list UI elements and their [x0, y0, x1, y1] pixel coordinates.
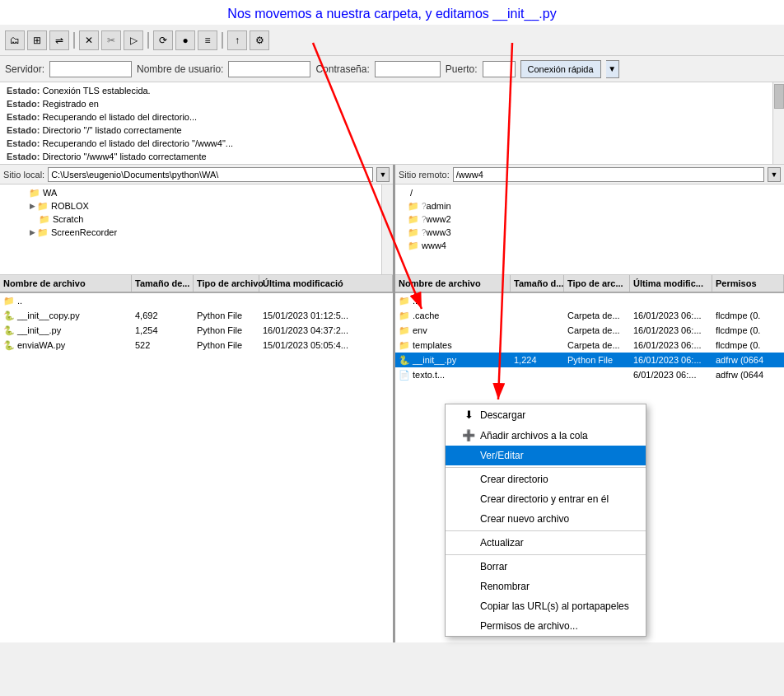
remote-file-name: ..: [413, 296, 418, 306]
remote-col-date[interactable]: Última modific...: [630, 275, 712, 292]
context-item-label: Crear nuevo archivo: [480, 513, 569, 525]
local-file-list: Nombre de archivo Tamaño de... Tipo de a…: [0, 275, 393, 642]
local-path-dropdown-button[interactable]: ▼: [376, 167, 390, 182]
settings-button[interactable]: ⚙: [250, 30, 269, 50]
context-menu-item[interactable]: ➕ Añadir archivos a la cola: [446, 425, 646, 446]
password-input[interactable]: [375, 61, 441, 77]
context-item-icon: ⬇: [462, 409, 475, 421]
local-file-row[interactable]: 📁 ..: [0, 293, 393, 308]
remote-folder-icon: 📁: [407, 213, 420, 225]
context-menu-item[interactable]: Copiar las URL(s) al portapapeles: [446, 596, 646, 616]
remote-tree-item-label: /: [410, 188, 413, 198]
port-input[interactable]: [483, 61, 516, 77]
add-button[interactable]: ●: [175, 30, 195, 50]
status-text: Conexión TLS establecida.: [42, 86, 150, 96]
remote-col-perms[interactable]: Permisos: [712, 275, 784, 292]
remote-file-type-cell: [564, 367, 630, 382]
local-file-row[interactable]: 🐍 __init__.py 1,254 Python File 16/01/20…: [0, 323, 393, 338]
log-scrollbar-thumb[interactable]: [774, 84, 784, 109]
context-item-label: Crear directorio y entrar en él: [480, 493, 609, 505]
remote-file-perms-cell: flcdmpe (0.: [712, 338, 784, 353]
remote-path-input[interactable]: [453, 167, 764, 182]
local-tree-item[interactable]: ▶ 📁 ROBLOX: [0, 199, 393, 213]
annotation-banner: Nos movemos a nuestra carpeta, y editamo…: [0, 0, 784, 25]
toggle-panes-button[interactable]: ⊞: [27, 30, 47, 50]
local-path-label: Sitio local:: [3, 170, 44, 180]
remote-file-perms-cell: adfrw (0664: [712, 353, 784, 367]
local-col-name[interactable]: Nombre de archivo: [0, 275, 132, 292]
remote-file-row[interactable]: 📁 ..: [395, 293, 784, 308]
remote-col-type[interactable]: Tipo de arc...: [564, 275, 630, 292]
context-item-icon: ➕: [462, 429, 475, 441]
remote-file-size-cell: [511, 293, 564, 308]
remote-folder-icon: 📁: [407, 240, 420, 251]
local-col-type[interactable]: Tipo de archivo: [194, 275, 259, 292]
local-col-date[interactable]: Última modificació: [259, 275, 393, 292]
file-type-icon: 🐍: [3, 325, 15, 336]
tree-item-label: Scratch: [53, 214, 83, 224]
remote-tree-item[interactable]: 📁 ? www3: [395, 226, 784, 239]
context-item-label: Permisos de archivo...: [480, 620, 578, 632]
main-pane-container: Sitio local: ▼ 📁 WA ▶ 📁 ROBLOX 📁 Scratch…: [0, 165, 784, 642]
server-input[interactable]: [49, 61, 132, 77]
username-input[interactable]: [228, 61, 310, 77]
open-site-manager-button[interactable]: 🗂: [5, 30, 25, 50]
remote-file-row[interactable]: 📁 .cache Carpeta de... 16/01/2023 06:...…: [395, 308, 784, 323]
status-text: Directorio "/" listado correctamente: [42, 125, 181, 135]
folder-icon: 📁: [36, 200, 49, 212]
context-menu-item[interactable]: Renombrar: [446, 577, 646, 596]
context-menu-item[interactable]: Ver/Editar: [446, 446, 646, 465]
file-name: __init__.py: [17, 325, 61, 335]
file-name: ..: [17, 296, 22, 306]
disconnect-button[interactable]: ✕: [79, 30, 99, 50]
context-menu-item[interactable]: Crear directorio: [446, 469, 646, 489]
local-col-size[interactable]: Tamaño de...: [132, 275, 194, 292]
local-tree-item[interactable]: 📁 WA: [0, 186, 393, 199]
remote-path-dropdown-button[interactable]: ▼: [768, 167, 781, 182]
filter-button[interactable]: ▷: [124, 30, 143, 50]
remote-file-row[interactable]: 📄 texto.t... 6/01/2023 06:... adfrw (064…: [395, 367, 784, 382]
local-tree-scrollbar[interactable]: [381, 185, 393, 274]
status-label: Estado:: [7, 112, 40, 122]
remote-tree-item[interactable]: 📁 www4: [395, 239, 784, 252]
status-line: Estado: Conexión TLS establecida.: [7, 84, 777, 97]
context-menu-item[interactable]: ⬇ Descargar: [446, 404, 646, 425]
context-menu-item[interactable]: Actualizar: [446, 533, 646, 553]
remote-col-name[interactable]: Nombre de archivo: [395, 275, 511, 292]
local-path-input[interactable]: [48, 167, 373, 182]
local-tree-item[interactable]: ▶ 📁 ScreenRecorder: [0, 226, 393, 239]
connect-dropdown-button[interactable]: ▼: [606, 60, 619, 78]
local-file-row[interactable]: 🐍 __init__copy.py 4,692 Python File 15/0…: [0, 308, 393, 323]
remote-tree-item[interactable]: 📁 ? admin: [395, 199, 784, 213]
remote-file-type-cell: Carpeta de...: [564, 323, 630, 338]
local-file-row[interactable]: 🐍 enviaWA.py 522 Python File 15/01/2023 …: [0, 338, 393, 353]
remote-tree-item-label: www2: [427, 214, 451, 224]
local-tree-item[interactable]: 📁 Scratch: [0, 213, 393, 226]
context-menu-item[interactable]: Permisos de archivo...: [446, 616, 646, 636]
file-type-icon: 📁: [3, 296, 15, 306]
compare-button[interactable]: ≡: [198, 30, 217, 50]
remote-file-row[interactable]: 🐍 __init__.py 1,224 Python File 16/01/20…: [395, 353, 784, 367]
folder-icon: 📁: [28, 187, 41, 199]
remote-tree-item[interactable]: 📁 ? www2: [395, 213, 784, 226]
remote-tree-item[interactable]: /: [395, 186, 784, 199]
remote-file-row[interactable]: 📁 templates Carpeta de... 16/01/2023 06:…: [395, 338, 784, 353]
status-line: Estado: Recuperando el listado del direc…: [7, 137, 777, 150]
context-menu-item[interactable]: Crear nuevo archivo: [446, 509, 646, 529]
refresh-button[interactable]: ⟳: [153, 30, 173, 50]
expand-icon[interactable]: ▶: [30, 228, 35, 236]
remote-col-size[interactable]: Tamaño d...: [511, 275, 564, 292]
context-menu-item[interactable]: Crear directorio y entrar en él: [446, 489, 646, 509]
log-scrollbar[interactable]: [772, 82, 784, 164]
remote-file-row[interactable]: 📁 env Carpeta de... 16/01/2023 06:... fl…: [395, 323, 784, 338]
connect-button[interactable]: Conexión rápida: [520, 60, 601, 78]
expand-icon[interactable]: ▶: [30, 202, 35, 210]
reconnect-button[interactable]: ⇌: [49, 30, 69, 50]
remote-file-type-icon: 🐍: [399, 355, 410, 366]
file-name-cell: 🐍 __init__copy.py: [0, 308, 132, 323]
remote-file-size-cell: [511, 367, 564, 382]
file-type-cell: Python File: [194, 308, 259, 323]
cancel-button[interactable]: ✂: [101, 30, 121, 50]
context-menu-item[interactable]: Borrar: [446, 557, 646, 577]
upload-button[interactable]: ↑: [227, 30, 247, 50]
